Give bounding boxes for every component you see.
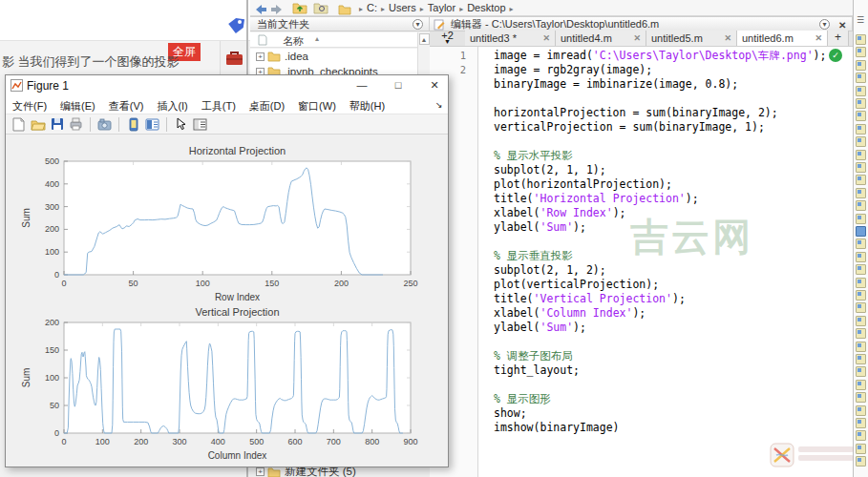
strip-icon[interactable]	[856, 86, 866, 96]
code-line[interactable]	[430, 92, 853, 106]
figure-menu-item[interactable]: 文件(F)	[6, 96, 53, 116]
figure-menu-item[interactable]: 工具(T)	[195, 96, 243, 116]
close-button[interactable]: ✕	[420, 75, 449, 95]
strip-icon[interactable]	[856, 290, 866, 301]
editor-tab[interactable]: untitled5.m✕	[646, 31, 737, 46]
layout-panel-icon[interactable]	[144, 116, 160, 133]
strip-icon[interactable]	[856, 60, 866, 71]
menu-overflow-icon[interactable]: ↘	[435, 100, 443, 110]
strip-icon[interactable]	[856, 47, 866, 57]
strip-icon[interactable]	[856, 188, 866, 198]
figure-menu-item[interactable]: 桌面(D)	[243, 96, 291, 116]
tab-close-icon[interactable]: ✕	[542, 33, 550, 43]
strip-icon[interactable]	[856, 200, 866, 211]
strip-icon[interactable]	[856, 214, 866, 224]
strip-icon[interactable]	[856, 175, 866, 185]
strip-icon[interactable]	[856, 73, 866, 83]
new-figure-icon[interactable]	[11, 116, 27, 133]
figure-titlebar[interactable]: Figure 1 — □ ✕	[6, 75, 448, 96]
code-line[interactable]: % 调整子图布局	[430, 349, 853, 363]
strip-icon[interactable]	[856, 264, 866, 275]
strip-icon[interactable]	[856, 354, 866, 364]
expand-icon[interactable]: +	[256, 467, 265, 476]
code-line[interactable]: ylabel('Sum');	[430, 321, 853, 335]
code-line[interactable]: 2image = rgb2gray(image);	[430, 63, 853, 77]
figure-menu-item[interactable]: 窗口(W)	[291, 96, 343, 116]
file-row[interactable]: +.idea	[250, 49, 417, 64]
cursor-arrow-icon[interactable]	[173, 116, 189, 133]
strip-icon[interactable]	[856, 136, 866, 147]
strip-icon[interactable]	[856, 150, 866, 160]
strip-icon[interactable]	[856, 342, 866, 352]
scroll-up-icon[interactable]: ▲	[419, 33, 430, 45]
strip-icon[interactable]	[856, 98, 866, 109]
strip-icon[interactable]	[856, 418, 866, 428]
breadcrumb-item[interactable]: Taylor	[428, 2, 455, 13]
new-tab-button[interactable]: +	[828, 31, 849, 46]
legend-panel-icon[interactable]	[192, 116, 208, 133]
code-line[interactable]: subplot(2, 1, 1);	[430, 163, 853, 177]
code-line[interactable]: plot(verticalProjection);	[430, 278, 853, 292]
save-icon[interactable]	[49, 116, 65, 133]
code-line[interactable]: subplot(2, 1, 2);	[430, 263, 853, 278]
code-line[interactable]: verticalProjection = sum(binaryImage, 1)…	[430, 120, 853, 135]
tag-icon[interactable]	[225, 15, 246, 40]
tab-close-icon[interactable]: ✕	[724, 33, 731, 43]
strip-icon[interactable]	[856, 328, 866, 339]
tab-overflow-button[interactable]: +2▼	[430, 31, 465, 46]
strip-icon[interactable]	[856, 430, 866, 441]
editor-tab[interactable]: untitled3 *✕	[465, 31, 556, 46]
strip-icon[interactable]	[856, 366, 866, 377]
maximize-button[interactable]: □	[384, 75, 413, 95]
strip-icon[interactable]	[856, 34, 866, 45]
code-line[interactable]: tight_layout;	[430, 363, 853, 378]
breadcrumb-item[interactable]: Desktop	[467, 2, 505, 13]
breadcrumb-item[interactable]: Users	[389, 2, 416, 13]
copy-view-icon[interactable]	[96, 116, 113, 133]
strip-icon[interactable]	[856, 444, 866, 454]
figure-menu-item[interactable]: 编辑(E)	[53, 96, 102, 116]
toolbox-icon[interactable]	[225, 50, 243, 70]
breadcrumb-item[interactable]: C:	[367, 2, 377, 13]
code-line[interactable]	[430, 335, 853, 349]
code-line[interactable]: 1image = imread('C:\Users\Taylor\Desktop…	[430, 49, 853, 63]
expand-icon[interactable]: +	[256, 52, 265, 61]
code-line[interactable]: horizontalProjection = sum(binaryImage, …	[430, 106, 853, 120]
editor-tab[interactable]: untitled4.m✕	[556, 31, 646, 46]
code-line[interactable]: % 显示图形	[430, 392, 853, 406]
strip-icon[interactable]	[856, 111, 866, 121]
minimize-button[interactable]: —	[348, 75, 376, 95]
strip-icon[interactable]	[856, 392, 866, 403]
file-row-partial[interactable]: + 新建文件夹 (5)	[250, 467, 430, 477]
strip-icon[interactable]	[856, 405, 866, 416]
strip-icon[interactable]	[856, 226, 866, 237]
breadcrumb[interactable]: ▸C:▸Users▸Taylor▸Desktop▸	[355, 2, 518, 13]
code-line[interactable]	[430, 135, 853, 149]
code-line[interactable]: % 显示水平投影	[430, 149, 853, 163]
code-line[interactable]: plot(horizontalProjection);	[430, 177, 853, 192]
strip-icon[interactable]	[856, 278, 866, 288]
editor-menu-icon[interactable]: ▾	[819, 19, 830, 30]
open-file-icon[interactable]	[30, 116, 46, 133]
strip-icon[interactable]	[856, 316, 866, 326]
code-line[interactable]: imshow(binaryImage)	[430, 421, 853, 435]
figure-menu-item[interactable]: 查看(V)	[102, 96, 151, 116]
mobile-view-icon[interactable]	[125, 116, 141, 133]
figure-menu-item[interactable]: 帮助(H)	[343, 96, 392, 116]
strip-icon[interactable]	[856, 456, 866, 467]
code-analyzer-ok-icon[interactable]: ✓	[829, 49, 842, 62]
print-icon[interactable]	[68, 116, 84, 133]
strip-icon[interactable]	[856, 124, 866, 135]
panel-menu-icon[interactable]: ▾	[413, 19, 423, 30]
strip-icon[interactable]	[856, 380, 866, 390]
tab-close-icon[interactable]: ✕	[815, 33, 822, 43]
code-line[interactable]: binaryImage = imbinarize(image, 0.8);	[430, 77, 853, 92]
name-column-header[interactable]: 名称 ▴	[250, 32, 417, 48]
strip-icon[interactable]	[856, 162, 866, 173]
code-line[interactable]: xlabel('Column Index');	[430, 306, 853, 321]
editor-tab[interactable]: untitled6.m✕	[737, 31, 828, 46]
code-line[interactable]: title('Vertical Projection');	[430, 292, 853, 306]
strip-menu-icon[interactable]: ☰	[857, 15, 864, 25]
figure-menu-item[interactable]: 插入(I)	[150, 96, 194, 116]
code-line[interactable]	[430, 378, 853, 392]
